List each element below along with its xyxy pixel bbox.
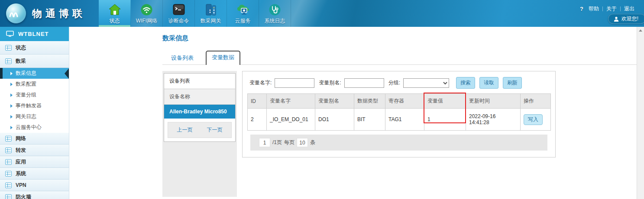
triangle-icon xyxy=(10,93,13,97)
per-page-label: 每页 xyxy=(284,139,294,146)
cell-variable-value: 1 xyxy=(424,109,466,131)
grid-icon xyxy=(5,58,12,64)
nav-diagnostic[interactable]: 诊断命令 xyxy=(163,0,195,27)
grid-icon xyxy=(5,148,12,153)
read-button[interactable]: 读取 xyxy=(479,77,498,89)
help-link[interactable]: 帮助 xyxy=(585,5,602,13)
main-content: 数采信息 设备列表 变量数据 设备列表 设备名称 Allen-Bradley M… xyxy=(69,27,637,199)
vertical-scrollbar[interactable] xyxy=(637,27,644,199)
tab-variable-data[interactable]: 变量数据 xyxy=(206,51,240,65)
grid-icon xyxy=(5,159,12,165)
col-variable-alias: 变量别名 xyxy=(315,94,354,109)
nav-wifi[interactable]: WIFI网络 xyxy=(131,0,163,27)
device-list-panel: 设备列表 设备名称 Allen-Bradley Micro850 上一页 下一页 xyxy=(164,73,236,142)
logout-link[interactable]: 退出 xyxy=(621,5,638,13)
top-right-links: ? 帮助 关于 退出 xyxy=(580,5,638,13)
brand-name: 物通博联 xyxy=(32,7,86,20)
sidebar-item-variable-group[interactable]: 变量分组 xyxy=(0,90,69,100)
grid-icon xyxy=(5,45,12,51)
page-total-label: /1页 xyxy=(272,139,282,146)
unit-label: 条 xyxy=(310,139,315,146)
sidebar-header: WTBLNET xyxy=(0,27,69,41)
home-icon xyxy=(109,3,121,16)
variable-data-panel: 变量名字: 变量别名: 分组: 搜索 读取 刷新 xyxy=(242,71,556,157)
pagination-bar: /1页 每页 条 xyxy=(250,135,547,151)
stethoscope-icon xyxy=(269,3,281,16)
sidebar-item-event-trigger[interactable]: 事件触发器 xyxy=(0,100,69,111)
cloud-icon xyxy=(236,3,250,16)
sidebar-item-cloud-center[interactable]: 云服务中心 xyxy=(0,122,69,133)
col-data-type: 数据类型 xyxy=(354,94,385,109)
scroll-up-arrow-icon[interactable] xyxy=(637,27,644,34)
variable-table: ID 变量名字 变量别名 数据类型 寄存器 变量值 更新时间 操作 2 xyxy=(247,93,551,131)
col-variable-value: 变量值 xyxy=(424,94,466,109)
col-variable-name: 变量名字 xyxy=(267,94,315,109)
variable-name-label: 变量名字: xyxy=(249,79,272,87)
sidebar-item-system[interactable]: 系统 xyxy=(0,168,69,180)
sidebar-item-gateway-log[interactable]: 网关日志 xyxy=(0,111,69,122)
nav-cloud[interactable]: 云服务 xyxy=(227,0,259,27)
welcome-badge[interactable]: 欢迎您! xyxy=(608,14,644,24)
help-icon: ? xyxy=(580,6,583,12)
device-column-header: 设备名称 xyxy=(164,89,235,105)
nav-gateway[interactable]: 数采网关 xyxy=(195,0,227,27)
gateway-icon xyxy=(205,3,217,16)
terminal-icon xyxy=(173,3,185,16)
device-item-selected[interactable]: Allen-Bradley Micro850 xyxy=(164,105,235,119)
monitor-icon xyxy=(6,31,14,37)
sidebar-item-network[interactable]: 网络 xyxy=(0,133,69,144)
device-list-column: 设备列表 设备名称 Allen-Bradley Micro850 上一页 下一页 xyxy=(162,71,237,197)
sidebar-item-firewall[interactable]: 防火墙 xyxy=(0,191,69,199)
sidebar-item-collect-info[interactable]: 数采信息 xyxy=(0,68,69,79)
page-title: 数采信息 xyxy=(162,34,637,42)
refresh-button[interactable]: 刷新 xyxy=(503,77,522,89)
col-id: ID xyxy=(248,94,267,109)
cell-variable-name: _IO_EM_DO_01 xyxy=(267,109,315,131)
triangle-icon xyxy=(10,72,13,75)
col-action: 操作 xyxy=(521,94,551,109)
triangle-icon xyxy=(10,126,13,129)
variable-alias-input[interactable] xyxy=(344,78,384,88)
top-navigation: 状态 WIFI网络 诊断命令 数采网关 云服务 xyxy=(99,0,291,27)
tab-bar: 设备列表 变量数据 xyxy=(162,52,637,65)
filter-row: 变量名字: 变量别名: 分组: 搜索 读取 刷新 xyxy=(243,71,555,93)
brand-logo: 物通博联 xyxy=(6,3,86,23)
sidebar: WTBLNET 状态 数采 数采信息 数采配置 变量分组 事件触发器 网关日志 … xyxy=(0,27,69,199)
variable-table-wrap: ID 变量名字 变量别名 数据类型 寄存器 变量值 更新时间 操作 2 xyxy=(247,93,550,131)
sidebar-item-vpn[interactable]: VPN xyxy=(0,180,69,191)
table-header-row: ID 变量名字 变量别名 数据类型 寄存器 变量值 更新时间 操作 xyxy=(248,94,551,109)
tab-device-list[interactable]: 设备列表 xyxy=(166,52,199,64)
group-select[interactable] xyxy=(403,78,449,88)
sidebar-item-status[interactable]: 状态 xyxy=(0,41,69,55)
device-pager: 上一页 下一页 xyxy=(168,122,232,138)
sidebar-item-forward[interactable]: 转发 xyxy=(0,144,69,156)
nav-syslog[interactable]: 系统日志 xyxy=(259,0,291,27)
welcome-text: 欢迎您! xyxy=(621,15,638,22)
triangle-icon xyxy=(10,83,13,86)
sidebar-item-application[interactable]: 应用 xyxy=(0,156,69,168)
cell-update-time: 2022-09-16 14:41:28 xyxy=(466,109,521,131)
nav-status[interactable]: 状态 xyxy=(99,0,131,27)
sidebar-item-data-collect[interactable]: 数采 xyxy=(0,55,69,68)
prev-page-button[interactable]: 上一页 xyxy=(177,126,193,134)
col-register: 寄存器 xyxy=(385,94,424,109)
logo-waves-icon xyxy=(9,8,23,19)
content-row: 设备列表 设备名称 Allen-Bradley Micro850 上一页 下一页… xyxy=(162,71,637,197)
top-bar: 物通博联 状态 WIFI网络 诊断命令 数采网关 xyxy=(0,0,644,27)
page-number-input[interactable] xyxy=(259,138,270,147)
cell-data-type: BIT xyxy=(354,109,385,131)
grid-icon xyxy=(5,136,12,141)
brand-sphere-icon xyxy=(6,3,26,23)
next-page-button[interactable]: 下一页 xyxy=(207,126,223,134)
table-row: 2 _IO_EM_DO_01 DO1 BIT TAG1 1 2022-09-16… xyxy=(248,109,551,131)
cell-action: 写入 xyxy=(521,109,551,131)
sidebar-item-collect-config[interactable]: 数采配置 xyxy=(0,79,69,90)
about-link[interactable]: 关于 xyxy=(603,5,620,13)
wifi-icon xyxy=(141,3,152,16)
per-page-input[interactable] xyxy=(297,138,308,147)
search-button[interactable]: 搜索 xyxy=(456,77,475,89)
device-panel-title: 设备列表 xyxy=(164,74,235,89)
triangle-icon xyxy=(10,104,13,108)
variable-name-input[interactable] xyxy=(275,78,314,88)
write-button[interactable]: 写入 xyxy=(524,114,543,125)
